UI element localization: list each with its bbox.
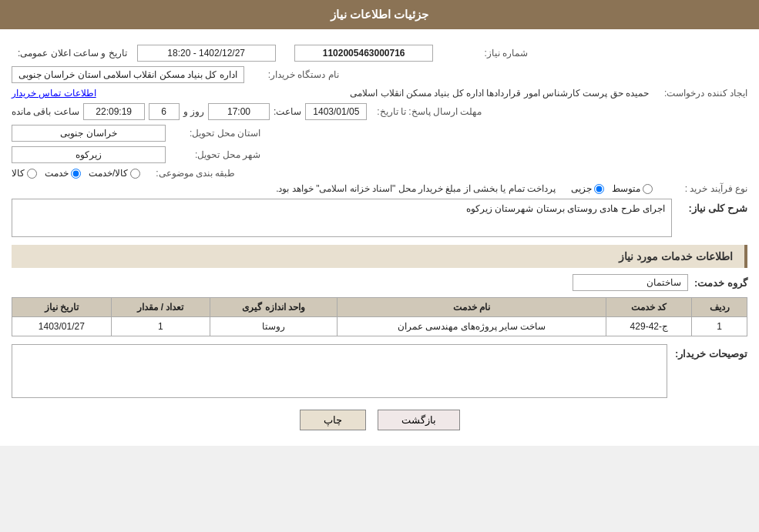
category-kala-label: کالا bbox=[12, 168, 25, 179]
services-section-title: اطلاعات خدمات مورد نیاز bbox=[12, 245, 747, 268]
need-description-label: شرح کلی نیاز: bbox=[678, 199, 747, 214]
category-option-kala-khedmat[interactable]: کالا/خدمت bbox=[89, 168, 140, 179]
group-label: گروه خدمت: bbox=[694, 277, 747, 289]
category-khedmat-label: خدمت bbox=[45, 168, 69, 179]
purchase-type-label: نوع فرآیند خرید : bbox=[663, 183, 747, 194]
province-value: خراسان جنوبی bbox=[12, 125, 166, 142]
deadline-days-label: روز و bbox=[183, 106, 204, 117]
category-label: طبقه بندی موضوعی: bbox=[150, 168, 235, 179]
buyer-org-value: اداره کل بنیاد مسکن انقلاب اسلامی استان … bbox=[12, 66, 244, 83]
cell-unit: روستا bbox=[210, 317, 338, 336]
purchase-option-motavasset[interactable]: متوسط bbox=[612, 183, 653, 194]
buyer-notes-section: توصیحات خریدار: bbox=[12, 344, 747, 398]
category-option-khedmat[interactable]: خدمت bbox=[45, 168, 81, 179]
deadline-time: 17:00 bbox=[208, 103, 270, 120]
col-date: تاریخ نیاز bbox=[12, 298, 112, 317]
print-button[interactable]: چاپ bbox=[300, 410, 366, 430]
cell-service-name: ساخت سایر پروژه‌های مهندسی عمران bbox=[337, 317, 606, 336]
need-number-value: 1102005463000716 bbox=[294, 45, 433, 62]
page-title: جزئیات اطلاعات نیاز bbox=[331, 8, 428, 21]
buyer-notes-box bbox=[12, 344, 667, 398]
back-button[interactable]: بازگشت bbox=[378, 410, 460, 430]
city-value: زیرکوه bbox=[12, 146, 166, 163]
contact-link[interactable]: اطلاعات تماس خریدار bbox=[12, 88, 96, 99]
deadline-days: 6 bbox=[149, 103, 180, 120]
announcement-value: 1402/12/27 - 18:20 bbox=[137, 45, 276, 62]
category-option-kala[interactable]: کالا bbox=[12, 168, 37, 179]
cell-service-code: ج-42-429 bbox=[606, 317, 692, 336]
group-value: ساختمان bbox=[573, 274, 688, 291]
deadline-remaining-label: ساعت باقی مانده bbox=[12, 106, 79, 117]
buyer-notes-label: توصیحات خریدار: bbox=[675, 344, 747, 360]
deadline-remaining: 22:09:19 bbox=[83, 103, 145, 120]
need-number-label: شماره نیاز: bbox=[443, 48, 528, 59]
city-label: شهر محل تحویل: bbox=[176, 149, 260, 160]
announcement-label: تاریخ و ساعت اعلان عمومی: bbox=[18, 48, 127, 59]
category-radio-group: کالا/خدمت خدمت کالا bbox=[12, 168, 140, 179]
services-table: ردیف کد خدمت نام خدمت واحد اندازه گیری ت… bbox=[12, 297, 747, 336]
deadline-label: مهلت ارسال پاسخ: تا تاریخ: bbox=[377, 106, 482, 117]
purchase-jozii-label: جزیی bbox=[571, 183, 592, 194]
purchase-note: پرداخت تمام یا بخشی از مبلغ خریدار محل "… bbox=[12, 183, 556, 194]
purchase-motavasset-label: متوسط bbox=[612, 183, 640, 194]
col-row-num: ردیف bbox=[692, 298, 747, 317]
col-unit: واحد اندازه گیری bbox=[210, 298, 338, 317]
buyer-org-label: نام دستگاه خریدار: bbox=[254, 69, 339, 80]
page-header: جزئیات اطلاعات نیاز bbox=[0, 0, 759, 29]
deadline-time-label: ساعت: bbox=[274, 106, 301, 117]
need-description-value: اجرای طرح هادی روستای برستان شهرستان زیر… bbox=[12, 199, 672, 237]
col-service-code: کد خدمت bbox=[606, 298, 692, 317]
cell-row-num: 1 bbox=[692, 317, 747, 336]
col-quantity: تعداد / مقدار bbox=[111, 298, 210, 317]
creator-label: ایجاد کننده درخواست: bbox=[663, 88, 747, 99]
table-row: 1 ج-42-429 ساخت سایر پروژه‌های مهندسی عم… bbox=[12, 317, 747, 336]
creator-value: حمیده حق پرست کارشناس امور قراردادها ادا… bbox=[100, 88, 653, 99]
col-service-name: نام خدمت bbox=[337, 298, 606, 317]
deadline-date: 1403/01/05 bbox=[305, 103, 367, 120]
cell-quantity: 1 bbox=[111, 317, 210, 336]
purchase-option-jozii[interactable]: جزیی bbox=[571, 183, 604, 194]
bottom-buttons: بازگشت چاپ bbox=[12, 410, 747, 430]
category-kala-khedmat-label: کالا/خدمت bbox=[89, 168, 128, 179]
province-label: استان محل تحویل: bbox=[176, 128, 260, 139]
cell-date: 1403/01/27 bbox=[12, 317, 112, 336]
purchase-type-radio-group: متوسط جزیی bbox=[571, 183, 653, 194]
